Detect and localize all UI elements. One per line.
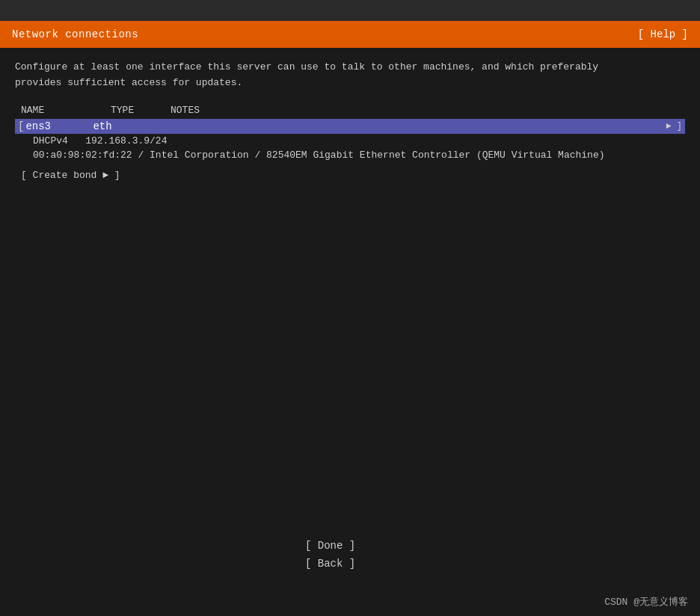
dhcp-value: 192.168.3.9/24: [85, 135, 167, 147]
table-row[interactable]: [ ens3 eth ► ]: [15, 119, 685, 134]
description: Configure at least one interface this se…: [15, 60, 685, 91]
dhcp-key: DHCPv4: [33, 135, 68, 147]
main-content: Configure at least one interface this se…: [0, 48, 700, 197]
watermark: CSDN @无意义博客: [604, 595, 688, 609]
top-bar: [0, 0, 700, 21]
detail-row: 00:a0:98:02:fd:22 / Intel Corporation / …: [15, 148, 685, 162]
page-title: Network connections: [12, 28, 138, 40]
help-button[interactable]: [ Help ]: [638, 28, 688, 40]
back-button[interactable]: [ Back ]: [305, 556, 395, 571]
row-arrow-icon: ► ]: [666, 121, 682, 132]
sub-row-dhcp: DHCPv4 192.168.3.9/24: [15, 134, 685, 148]
create-bond-label: [ Create bond ► ]: [21, 170, 120, 181]
create-bond-row[interactable]: [ Create bond ► ]: [15, 165, 685, 185]
header-notes: NOTES: [171, 105, 679, 116]
row-type: eth: [93, 120, 138, 132]
row-name: ens3: [25, 120, 93, 132]
header-name: NAME: [21, 105, 111, 116]
row-notes: [138, 120, 666, 132]
done-button[interactable]: [ Done ]: [305, 538, 395, 553]
title-bar: Network connections [ Help ]: [0, 21, 700, 48]
description-line1: Configure at least one interface this se…: [15, 61, 598, 73]
table-header: NAME TYPE NOTES: [15, 103, 685, 117]
row-bracket-left: [: [18, 120, 24, 132]
bottom-buttons: [ Done ] [ Back ]: [305, 538, 395, 571]
header-type: TYPE: [111, 105, 171, 116]
description-line2: provides sufficient access for updates.: [15, 77, 242, 88]
